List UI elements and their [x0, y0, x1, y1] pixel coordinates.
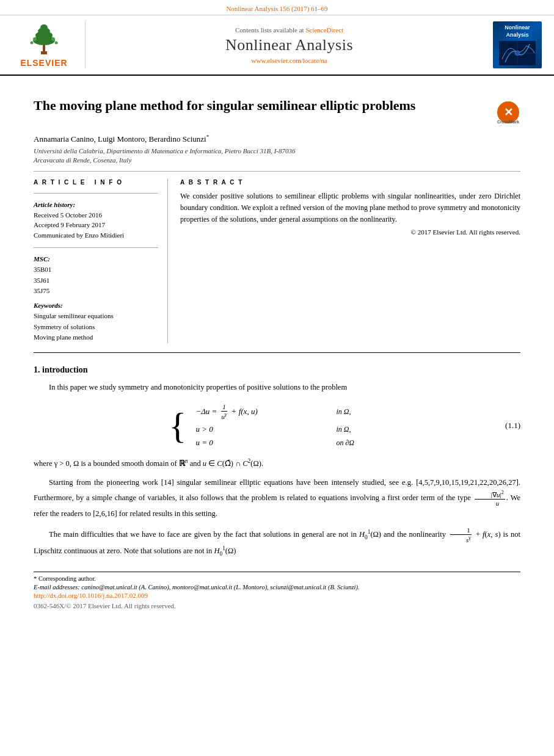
section1-para4: The main difficulties that we have to fa…: [34, 526, 520, 559]
accepted-date: Accepted 9 February 2017: [34, 220, 158, 230]
eq-domain-2: in Ω,: [336, 425, 385, 434]
abstract-col: A B S T R A C T We consider positive sol…: [180, 179, 520, 343]
section1-para2: where γ > 0, Ω is a bounded smooth domai…: [34, 457, 520, 470]
section1-para1: In this paper we study symmetry and mono…: [34, 381, 520, 394]
communicated-by: Communicated by Enzo Mitidieri: [34, 230, 158, 241]
page: Nonlinear Analysis 156 (2017) 61–69: [0, 0, 554, 756]
msc-items: 35B01 35J61 35J75: [34, 264, 158, 297]
msc-label: MSC:: [34, 255, 158, 263]
article-info-label: A R T I C L E I N F O: [34, 179, 158, 186]
journal-header: ELSEVIER Contents lists available at Sci…: [0, 15, 554, 76]
elsevier-tree-icon: [20, 22, 68, 56]
journal-citation-text: Nonlinear Analysis 156 (2017) 61–69: [226, 5, 327, 12]
msc-item-2: 35J61: [34, 275, 158, 286]
abstract-text: We consider positive solutions to semili…: [180, 191, 520, 226]
journal-cover-image: NonlinearAnalysis: [493, 21, 542, 68]
svg-point-9: [55, 42, 58, 45]
msc-item-3: 35J75: [34, 286, 158, 297]
affiliation-line2: Arcavacata di Rende, Cosenza, Italy: [34, 156, 520, 164]
keyword-2: Symmetry of solutions: [34, 322, 158, 333]
paper-title-text: The moving plane method for singular sem…: [34, 97, 490, 115]
journal-citation-bar: Nonlinear Analysis 156 (2017) 61–69: [0, 0, 554, 15]
svg-point-8: [31, 42, 34, 45]
eq-formula-1: −Δu = 1uγ + f(x, u): [195, 403, 318, 421]
cover-title-text: NonlinearAnalysis: [505, 24, 530, 38]
affiliation-line1: Università della Calabria, Dipartimento …: [34, 147, 520, 154]
sciencedirect-link[interactable]: ScienceDirect: [305, 26, 343, 34]
equation-number-1-1: (1.1): [505, 421, 520, 431]
abstract-label: A B S T R A C T: [180, 179, 520, 186]
fraction-1: 1uγ: [221, 403, 228, 421]
doi-link[interactable]: http://dx.doi.org/10.1016/j.na.2017.02.0…: [34, 592, 148, 599]
history-divider: [34, 247, 158, 248]
keywords-label: Keywords:: [34, 302, 158, 309]
keywords-section: Keywords: Singular semilinear equations …: [34, 302, 158, 343]
authors-text: Annamaria Canino, Luigi Montoro, Berardi…: [34, 135, 206, 144]
star-note: * Corresponding author.: [34, 575, 520, 582]
elsevier-label: ELSEVIER: [20, 58, 67, 68]
article-info-divider: [34, 193, 158, 194]
keyword-3: Moving plane method: [34, 332, 158, 343]
sciencedirect-line: Contents lists available at ScienceDirec…: [235, 26, 343, 34]
eq-formula-3: u = 0: [195, 438, 318, 448]
article-info-abstract: A R T I C L E I N F O Article history: R…: [34, 179, 520, 343]
section1-para3: Starting from the pioneering work [14] s…: [34, 476, 520, 520]
left-brace: {: [169, 407, 187, 444]
svg-point-5: [40, 24, 48, 31]
divider-1: [34, 171, 520, 172]
paper-title-section: The moving plane method for singular sem…: [34, 97, 520, 125]
eq-formula-2: u > 0: [195, 424, 318, 434]
equation-lines: −Δu = 1uγ + f(x, u) in Ω, u > 0 in Ω, u …: [195, 403, 385, 448]
email-note: E-mail addresses: canino@mat.unical.it (…: [34, 584, 520, 591]
fraction-nonlinearity: 1sγ: [450, 526, 472, 544]
svg-point-7: [51, 37, 55, 41]
journal-center-header: Contents lists available at ScienceDirec…: [95, 21, 484, 68]
main-content: The moving plane method for singular sem…: [0, 76, 554, 621]
section-1-title: 1. introduction: [34, 365, 520, 375]
eq-line-1: −Δu = 1uγ + f(x, u) in Ω,: [195, 403, 385, 421]
keywords-items: Singular semilinear equations Symmetry o…: [34, 311, 158, 343]
eq-line-2: u > 0 in Ω,: [195, 424, 385, 434]
cover-decoration-icon: [499, 41, 536, 65]
journal-url: www.elsevier.com/locate/na: [252, 57, 327, 64]
msc-section: MSC: 35B01 35J61 35J75: [34, 255, 158, 297]
fraction-gradient: |∇u|2u: [475, 490, 505, 507]
msc-item-1: 35B01: [34, 264, 158, 275]
svg-text:✕: ✕: [504, 106, 513, 118]
copyright-line: © 2017 Elsevier Ltd. All rights reserved…: [180, 228, 520, 236]
svg-point-6: [33, 37, 37, 41]
equation-system: { −Δu = 1uγ + f(x, u) in Ω, u > 0 in Ω, …: [169, 403, 385, 448]
received-date: Received 5 October 2016: [34, 210, 158, 220]
corresponding-star: *: [206, 134, 210, 140]
eq-domain-3: on ∂Ω: [336, 438, 385, 448]
authors-line: Annamaria Canino, Luigi Montoro, Berardi…: [34, 134, 520, 144]
elsevier-logo: ELSEVIER: [12, 21, 86, 68]
keyword-1: Singular semilinear equations: [34, 311, 158, 322]
svg-text:CrossMark: CrossMark: [497, 120, 519, 124]
eq-line-3: u = 0 on ∂Ω: [195, 438, 385, 448]
footer-section: * Corresponding author. E-mail addresses…: [34, 572, 520, 609]
issn-line: 0362-546X/© 2017 Elsevier Ltd. All right…: [34, 602, 520, 609]
article-info-col: A R T I C L E I N F O Article history: R…: [34, 179, 168, 343]
sciencedirect-prefix: Contents lists available at: [235, 26, 305, 34]
journal-title: Nonlinear Analysis: [225, 36, 353, 54]
eq-domain-1: in Ω,: [336, 407, 385, 416]
main-divider: [34, 352, 520, 353]
history-label: Article history:: [34, 201, 158, 208]
equation-1-1: { −Δu = 1uγ + f(x, u) in Ω, u > 0 in Ω, …: [34, 403, 520, 448]
crossmark-icon: ✕ CrossMark: [496, 100, 520, 125]
